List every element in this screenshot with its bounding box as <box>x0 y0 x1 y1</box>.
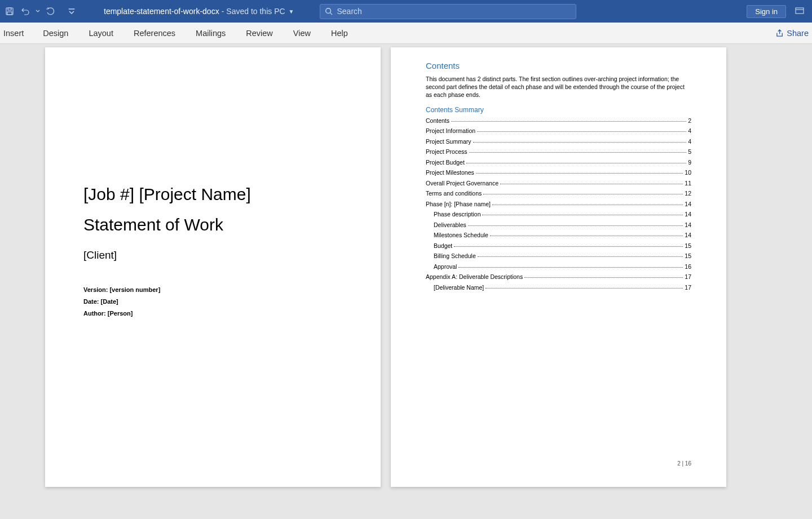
doc-version: Version: [version number] <box>83 284 342 296</box>
toc-row[interactable]: Phase description14 <box>426 211 691 218</box>
search-input[interactable]: Search <box>320 4 576 19</box>
toc-page-number: 17 <box>685 284 691 291</box>
tab-mailings[interactable]: Mailings <box>186 23 236 44</box>
toc-label: Project Milestones <box>426 169 474 176</box>
toc-label: Deliverables <box>434 221 466 228</box>
toc-leader-dots <box>486 288 683 289</box>
toc-leader-dots <box>483 194 683 194</box>
toc-row[interactable]: Project Budget9 <box>426 159 691 166</box>
doc-author: Author: [Person] <box>83 308 342 320</box>
toc-leader-dots <box>451 121 686 122</box>
toc-label: Phase description <box>434 211 480 218</box>
tab-references[interactable]: References <box>123 23 186 44</box>
tab-view[interactable]: View <box>283 23 321 44</box>
qat-customize-button[interactable] <box>65 5 78 17</box>
toc-label: Overall Project Governance <box>426 180 498 187</box>
filename-text: template-statement-of-work-docx <box>104 7 219 16</box>
toc-row[interactable]: Billing Schedule15 <box>426 252 691 259</box>
toc-leader-dots <box>490 236 683 236</box>
toc-leader-dots <box>477 131 686 132</box>
svg-rect-6 <box>796 8 804 14</box>
tab-insert[interactable]: Insert <box>1 23 33 44</box>
toc-row[interactable]: [Deliverable Name]17 <box>426 284 691 291</box>
doc-title-line2[interactable]: Statement of Work <box>83 215 342 234</box>
toc-row[interactable]: Project Process5 <box>426 148 691 155</box>
toc-page-number: 14 <box>685 232 691 238</box>
undo-button[interactable] <box>19 5 32 17</box>
search-icon <box>325 7 333 15</box>
title-separator: - <box>222 7 224 16</box>
document-canvas[interactable]: [Job #] [Project Name] Statement of Work… <box>0 44 812 519</box>
toc-label: Billing Schedule <box>434 252 476 259</box>
toc-page-number: 14 <box>685 201 691 207</box>
toc-label: Contents <box>426 117 449 124</box>
toc-page-number: 12 <box>685 190 691 197</box>
toc-label: Budget <box>434 242 452 249</box>
toc-page-number: 4 <box>688 138 691 145</box>
toc-leader-dots <box>466 163 686 163</box>
page-2[interactable]: Contents This document has 2 distinct pa… <box>391 47 726 487</box>
toc-page-number: 14 <box>685 211 691 218</box>
toc-row[interactable]: Terms and conditions12 <box>426 190 691 197</box>
toc-page-number: 10 <box>685 169 691 176</box>
toc-row[interactable]: Phase [n]: [Phase name]14 <box>426 201 691 207</box>
contents-description[interactable]: This document has 2 distinct parts. The … <box>426 75 691 99</box>
toc-row[interactable]: Approval16 <box>426 263 691 270</box>
toc-leader-dots <box>469 152 687 153</box>
toc-label: Project Summary <box>426 138 471 145</box>
toc-leader-dots <box>524 277 683 278</box>
chevron-down-icon[interactable]: ▼ <box>289 8 294 15</box>
toc-leader-dots <box>458 267 683 268</box>
quick-access-toolbar <box>0 5 81 17</box>
toc-label: Approval <box>434 263 457 270</box>
toc-label: [Deliverable Name] <box>434 284 484 291</box>
share-button[interactable]: Share <box>774 29 811 38</box>
ribbon-tabs: Insert Design Layout References Mailings… <box>0 23 812 44</box>
contents-heading[interactable]: Contents <box>426 61 691 70</box>
toc-row[interactable]: Project Summary4 <box>426 138 691 145</box>
toc-leader-dots <box>482 215 683 215</box>
toc-page-number: 15 <box>685 252 691 259</box>
search-placeholder: Search <box>337 7 362 16</box>
tab-review[interactable]: Review <box>236 23 283 44</box>
toc-leader-dots <box>473 142 687 143</box>
toc-label: Project Information <box>426 127 475 134</box>
toc-row[interactable]: Milestones Schedule14 <box>426 232 691 238</box>
toc-row[interactable]: Project Milestones10 <box>426 169 691 176</box>
contents-summary-heading[interactable]: Contents Summary <box>426 106 691 114</box>
table-of-contents[interactable]: Contents2Project Information4Project Sum… <box>426 117 691 291</box>
tab-design[interactable]: Design <box>33 23 78 44</box>
title-bar: template-statement-of-work-docx - Saved … <box>0 0 812 23</box>
toc-row[interactable]: Project Information4 <box>426 127 691 134</box>
redo-button[interactable] <box>44 5 56 17</box>
page-2-content: Contents This document has 2 distinct pa… <box>391 47 726 291</box>
toc-leader-dots <box>500 184 683 184</box>
save-status-text[interactable]: Saved to this PC <box>226 7 285 16</box>
toc-label: Milestones Schedule <box>434 232 488 238</box>
toc-label: Project Budget <box>426 159 465 166</box>
doc-meta[interactable]: Version: [version number] Date: [Date] A… <box>83 284 342 320</box>
page-1-content: [Job #] [Project Name] Statement of Work… <box>45 47 381 320</box>
tab-layout[interactable]: Layout <box>78 23 123 44</box>
page-footer: 2 | 16 <box>677 460 691 467</box>
toc-leader-dots <box>492 205 683 205</box>
search-container: Search <box>320 4 576 19</box>
page-1[interactable]: [Job #] [Project Name] Statement of Work… <box>45 47 381 487</box>
toc-leader-dots <box>476 173 683 174</box>
toc-label: Project Process <box>426 148 467 155</box>
doc-title-line1[interactable]: [Job #] [Project Name] <box>83 185 342 204</box>
tab-help[interactable]: Help <box>321 23 358 44</box>
share-label: Share <box>787 29 809 38</box>
toc-leader-dots <box>454 246 683 247</box>
toc-row[interactable]: Contents2 <box>426 117 691 124</box>
doc-client[interactable]: [Client] <box>83 249 342 261</box>
toc-row[interactable]: Overall Project Governance11 <box>426 180 691 187</box>
toc-row[interactable]: Deliverables14 <box>426 221 691 228</box>
sign-in-button[interactable]: Sign in <box>747 5 786 18</box>
ribbon-display-options-button[interactable] <box>795 6 804 17</box>
toc-row[interactable]: Appendix A: Deliverable Descriptions17 <box>426 273 691 280</box>
toc-row[interactable]: Budget15 <box>426 242 691 249</box>
save-button[interactable] <box>3 5 16 17</box>
toc-page-number: 17 <box>685 273 691 280</box>
undo-dropdown[interactable] <box>35 5 41 17</box>
